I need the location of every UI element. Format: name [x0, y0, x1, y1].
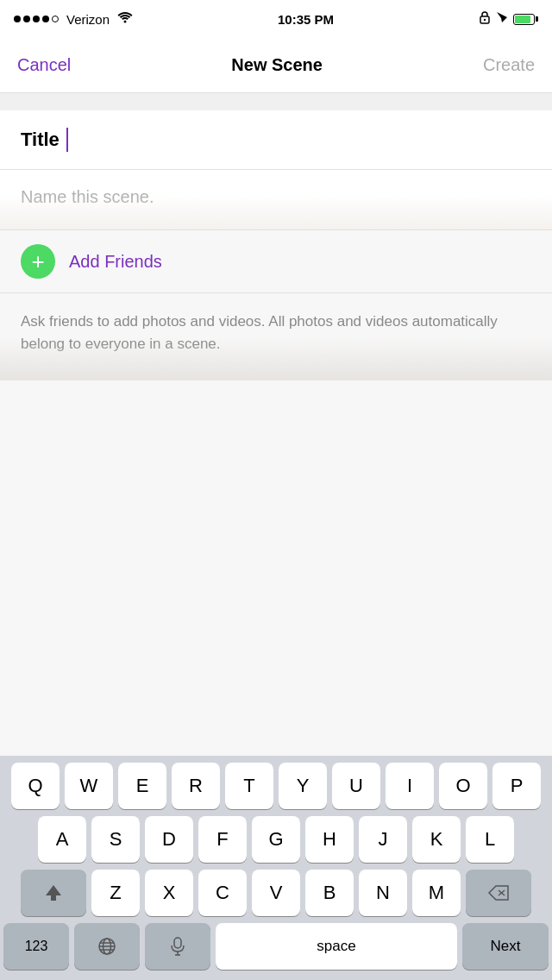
key-m[interactable]: M: [412, 870, 461, 916]
key-l[interactable]: L: [466, 816, 514, 863]
key-b[interactable]: B: [305, 870, 354, 916]
signal-icon: [14, 16, 59, 22]
key-g[interactable]: G: [252, 816, 300, 863]
keyboard-row-3: Z X C V B N M: [3, 870, 549, 916]
key-w[interactable]: W: [65, 763, 113, 809]
status-left: Verizon: [14, 11, 133, 27]
add-friends-icon[interactable]: +: [21, 244, 55, 279]
description-section: Ask friends to add photos and videos. Al…: [0, 293, 552, 380]
name-input-section[interactable]: Name this scene.: [0, 170, 552, 230]
keyboard-row-2: A S D F G H J K L: [3, 816, 549, 863]
keyboard-row-1: Q W E R T Y U I O P: [3, 763, 549, 809]
key-z[interactable]: Z: [91, 870, 140, 916]
key-a[interactable]: A: [38, 816, 86, 863]
key-c[interactable]: C: [198, 870, 247, 916]
battery-icon: [513, 14, 538, 25]
description-blur: [0, 337, 552, 380]
shift-key[interactable]: [21, 870, 86, 916]
key-r[interactable]: R: [172, 763, 220, 809]
key-j[interactable]: J: [359, 816, 407, 863]
svg-point-0: [124, 21, 127, 23]
svg-marker-3: [46, 885, 61, 901]
key-s[interactable]: S: [91, 816, 140, 863]
text-cursor: [66, 128, 68, 152]
key-o[interactable]: O: [439, 763, 487, 809]
title-label: Title: [21, 129, 60, 151]
key-t[interactable]: T: [225, 763, 273, 809]
key-p[interactable]: P: [492, 763, 541, 809]
keyboard: Q W E R T Y U I O P A S D F G H J K L Z …: [0, 756, 552, 980]
key-h[interactable]: H: [305, 816, 354, 863]
add-friends-label: Add Friends: [69, 252, 162, 272]
numbers-key[interactable]: 123: [3, 923, 69, 970]
page-title: New Scene: [231, 55, 323, 75]
next-key[interactable]: Next: [462, 923, 549, 970]
svg-point-2: [484, 19, 486, 21]
location-icon: [496, 11, 508, 27]
space-key[interactable]: space: [216, 923, 457, 970]
key-f[interactable]: F: [198, 816, 247, 863]
key-n[interactable]: N: [359, 870, 407, 916]
status-time: 10:35 PM: [278, 12, 334, 27]
key-d[interactable]: D: [145, 816, 193, 863]
keyboard-row-4: 123 space Next: [3, 923, 549, 970]
key-e[interactable]: E: [118, 763, 166, 809]
title-input-section[interactable]: Title: [0, 110, 552, 170]
navigation-bar: Cancel New Scene Create: [0, 38, 552, 93]
backspace-key[interactable]: [466, 870, 531, 916]
add-friends-section[interactable]: + Add Friends: [0, 230, 552, 293]
key-i[interactable]: I: [386, 763, 434, 809]
svg-rect-11: [174, 938, 181, 948]
spacer: [0, 93, 552, 110]
microphone-key[interactable]: [145, 923, 210, 970]
blur-overlay: [0, 195, 552, 229]
wifi-icon: [117, 11, 133, 27]
cancel-button[interactable]: Cancel: [17, 55, 71, 75]
key-y[interactable]: Y: [279, 763, 327, 809]
status-bar: Verizon 10:35 PM: [0, 0, 552, 38]
create-button[interactable]: Create: [483, 55, 535, 75]
carrier-label: Verizon: [66, 12, 110, 27]
lock-icon: [479, 10, 491, 28]
key-k[interactable]: K: [412, 816, 461, 863]
key-x[interactable]: X: [145, 870, 193, 916]
key-v[interactable]: V: [252, 870, 300, 916]
globe-key[interactable]: [74, 923, 140, 970]
key-q[interactable]: Q: [11, 763, 60, 809]
status-right: [479, 10, 538, 28]
key-u[interactable]: U: [332, 763, 380, 809]
